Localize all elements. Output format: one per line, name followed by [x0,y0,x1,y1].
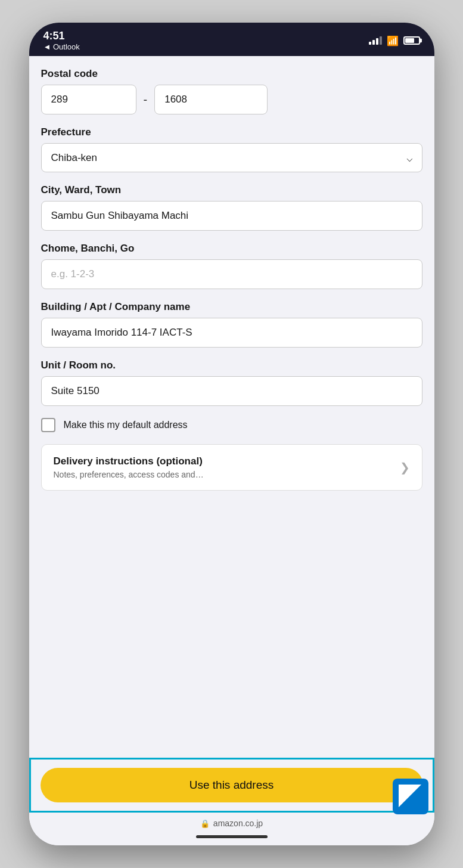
city-input[interactable] [41,201,422,231]
home-indicator [196,835,268,838]
address-form: Postal code - Prefecture Chiba-ken Tokyo… [41,68,422,491]
form-content: Postal code - Prefecture Chiba-ken Tokyo… [29,56,434,758]
unit-label: Unit / Room no. [41,359,422,371]
prefecture-select-wrapper: Chiba-ken Tokyo-to Kanagawa-ken Saitama-… [41,143,422,172]
status-icons: 📶 [369,35,420,46]
building-group: Building / Apt / Company name [41,301,422,348]
chevron-right-icon: ❯ [400,460,410,475]
wifi-icon: 📶 [387,35,399,46]
use-address-button[interactable]: Use this address [41,768,423,802]
postal-dash: - [144,93,148,107]
prefecture-label: Prefecture [41,126,422,138]
unit-input[interactable] [41,376,422,406]
footer: 🔒 amazon.co.jp [29,813,434,845]
chome-label: Chome, Banchi, Go [41,243,422,255]
unit-group: Unit / Room no. [41,359,422,406]
footer-url: 🔒 amazon.co.jp [200,819,263,828]
status-time: 4:51 [43,30,80,42]
svg-rect-0 [393,779,428,814]
default-address-row: Make this my default address [41,418,422,432]
signal-icon [369,36,382,45]
postal-code-group: Postal code - [41,68,422,114]
building-input[interactable] [41,318,422,348]
delivery-instructions-card[interactable]: Delivery instructions (optional) Notes, … [41,444,422,491]
city-label: City, Ward, Town [41,184,422,196]
prefecture-select[interactable]: Chiba-ken Tokyo-to Kanagawa-ken Saitama-… [41,143,422,172]
chome-input[interactable] [41,259,422,289]
postal-code-input-2[interactable] [154,85,268,114]
postal-code-row: - [41,85,422,114]
chome-group: Chome, Banchi, Go [41,243,422,289]
postal-code-input-1[interactable] [41,85,136,114]
back-button[interactable]: ◄ Outlook [43,42,80,51]
delivery-title: Delivery instructions (optional) [54,455,393,467]
battery-icon [403,36,420,45]
default-address-label: Make this my default address [64,420,188,430]
corner-logo [393,779,428,814]
prefecture-group: Prefecture Chiba-ken Tokyo-to Kanagawa-k… [41,126,422,172]
delivery-card-text: Delivery instructions (optional) Notes, … [54,455,393,479]
default-address-checkbox[interactable] [41,418,55,432]
corner-logo-icon [393,779,428,814]
footer-domain: amazon.co.jp [213,819,263,828]
building-label: Building / Apt / Company name [41,301,422,313]
delivery-subtitle: Notes, preferences, access codes and… [54,470,393,479]
status-left: 4:51 ◄ Outlook [43,30,80,51]
lock-icon: 🔒 [200,819,210,828]
phone-frame: 4:51 ◄ Outlook 📶 Postal code - [29,23,434,845]
status-bar: 4:51 ◄ Outlook 📶 [29,23,434,56]
city-group: City, Ward, Town [41,184,422,231]
bottom-action-area: Use this address [29,758,434,813]
postal-code-label: Postal code [41,68,422,80]
